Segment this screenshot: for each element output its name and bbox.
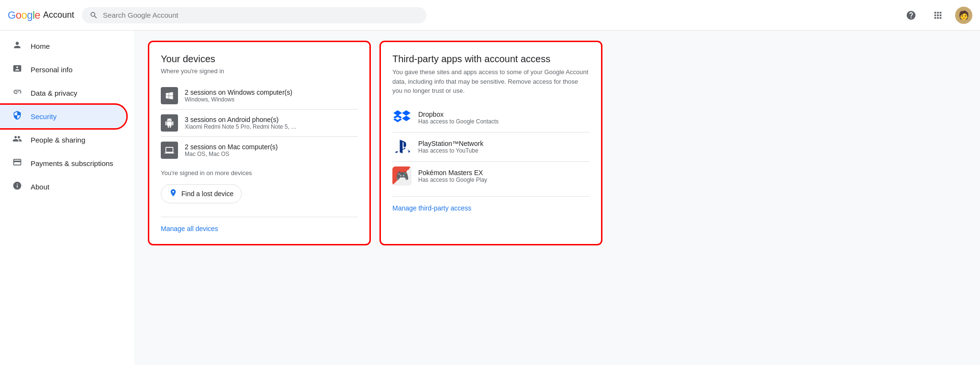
header-title: Account xyxy=(43,10,74,20)
device-item[interactable]: 3 sessions on Android phone(s) Xiaomi Re… xyxy=(161,110,358,137)
dropbox-icon xyxy=(392,108,412,127)
signed-in-more-text: You're signed in on more devices xyxy=(161,169,358,177)
search-icon xyxy=(89,11,98,20)
manage-all-devices-link[interactable]: Manage all devices xyxy=(161,217,358,232)
find-lost-device-button[interactable]: Find a lost device xyxy=(161,184,242,203)
windows-icon xyxy=(161,87,178,104)
devices-card-subtitle: Where you're signed in xyxy=(161,67,358,75)
manage-third-party-link[interactable]: Manage third-party access xyxy=(392,196,590,212)
android-icon xyxy=(161,114,178,132)
google-logo[interactable]: Google Account xyxy=(8,9,74,22)
sidebar-item-security-label: Security xyxy=(31,112,56,121)
people-sharing-icon xyxy=(11,134,23,146)
third-party-card-title: Third-party apps with account access xyxy=(392,54,590,65)
sidebar-item-data-privacy[interactable]: Data & privacy xyxy=(0,81,126,105)
data-privacy-icon xyxy=(11,87,23,99)
device-name: 2 sessions on Mac computer(s) xyxy=(185,143,358,151)
app-item-pokemon[interactable]: 🎮 Pokémon Masters EX Has access to Googl… xyxy=(392,162,590,190)
app-name: Pokémon Masters EX xyxy=(418,169,590,177)
about-icon xyxy=(11,181,23,193)
payments-icon xyxy=(11,157,23,169)
avatar[interactable]: 🧑 xyxy=(955,7,972,24)
device-detail: Mac OS, Mac OS xyxy=(185,151,358,157)
find-device-icon xyxy=(169,188,178,199)
main-content: Your devices Where you're signed in 2 se… xyxy=(134,31,980,365)
pokemon-icon: 🎮 xyxy=(392,166,412,186)
layout: Home Personal info Data & privacy Securi… xyxy=(0,31,980,365)
help-icon xyxy=(906,10,916,21)
sidebar-item-payments[interactable]: Payments & subscriptions xyxy=(0,152,126,175)
security-icon xyxy=(11,111,23,122)
header-actions: 🧑 xyxy=(902,6,972,25)
sidebar-item-personal-info[interactable]: Personal info xyxy=(0,58,126,81)
device-item[interactable]: 2 sessions on Mac computer(s) Mac OS, Ma… xyxy=(161,137,358,164)
sidebar-item-home[interactable]: Home xyxy=(0,34,126,58)
device-detail: Xiaomi Redmi Note 5 Pro, Redmi Note 5, … xyxy=(185,123,358,130)
sidebar-item-people-sharing[interactable]: People & sharing xyxy=(0,128,126,152)
app-name: Dropbox xyxy=(418,111,590,118)
help-button[interactable] xyxy=(902,6,921,25)
sidebar-item-home-label: Home xyxy=(31,42,50,50)
find-device-label: Find a lost device xyxy=(181,190,234,198)
device-name: 3 sessions on Android phone(s) xyxy=(185,116,358,123)
device-list: 2 sessions on Windows computer(s) Window… xyxy=(161,82,358,164)
apps-icon xyxy=(933,10,943,21)
personal-info-icon xyxy=(11,64,23,76)
cards-row: Your devices Where you're signed in 2 se… xyxy=(149,42,965,244)
device-item[interactable]: 2 sessions on Windows computer(s) Window… xyxy=(161,82,358,110)
playstation-icon xyxy=(392,137,412,156)
devices-card-title: Your devices xyxy=(161,54,358,65)
app-item-playstation[interactable]: PlayStation™Network Has access to YouTub… xyxy=(392,133,590,162)
app-item-dropbox[interactable]: Dropbox Has access to Google Contacts xyxy=(392,103,590,133)
sidebar-item-payments-label: Payments & subscriptions xyxy=(31,159,113,167)
sidebar-item-data-privacy-label: Data & privacy xyxy=(31,89,78,97)
devices-card: Your devices Where you're signed in 2 se… xyxy=(149,42,369,244)
sidebar: Home Personal info Data & privacy Securi… xyxy=(0,31,134,365)
sidebar-item-personal-info-label: Personal info xyxy=(31,66,73,74)
apps-button[interactable] xyxy=(928,6,947,25)
sidebar-item-security[interactable]: Security xyxy=(0,105,126,128)
app-access: Has access to Google Play xyxy=(418,177,590,183)
header: Google Account 🧑 xyxy=(0,0,980,31)
mac-icon xyxy=(161,142,178,159)
app-access: Has access to YouTube xyxy=(418,147,590,154)
search-bar xyxy=(82,7,426,23)
sidebar-item-about-label: About xyxy=(31,183,49,191)
app-name: PlayStation™Network xyxy=(418,140,590,147)
search-input[interactable] xyxy=(103,11,419,19)
sidebar-item-people-sharing-label: People & sharing xyxy=(31,136,85,144)
home-icon xyxy=(11,40,23,52)
third-party-card-description: You gave these sites and apps access to … xyxy=(392,67,590,96)
device-name: 2 sessions on Windows computer(s) xyxy=(185,88,358,96)
app-access: Has access to Google Contacts xyxy=(418,118,590,125)
sidebar-item-about[interactable]: About xyxy=(0,175,126,199)
device-detail: Windows, Windows xyxy=(185,96,358,103)
app-list: Dropbox Has access to Google Contacts Pl… xyxy=(392,103,590,190)
third-party-card: Third-party apps with account access You… xyxy=(381,42,601,244)
